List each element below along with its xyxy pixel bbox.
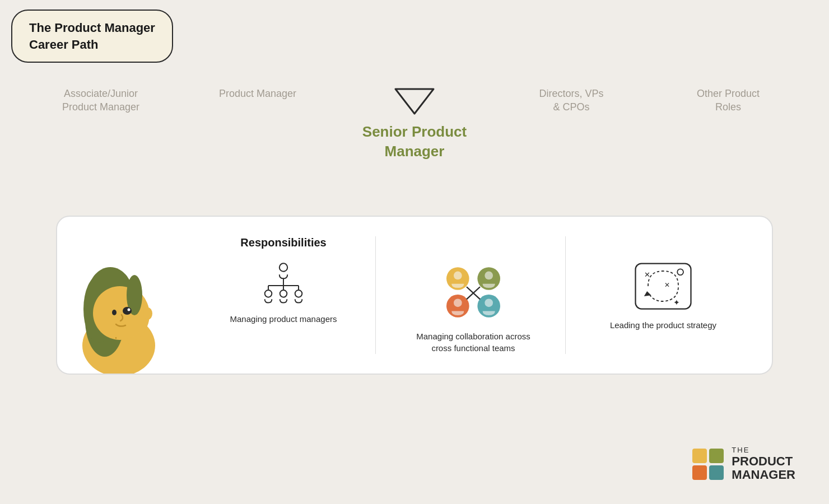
pm-label: Product Manager bbox=[202, 87, 314, 100]
svg-point-10 bbox=[128, 309, 131, 311]
resp-section-1: Responsibilities bbox=[192, 236, 370, 354]
svg-point-11 bbox=[112, 310, 117, 315]
resp-card-strategy: ✕ ✕ ✦ Leading the product strategy bbox=[599, 261, 728, 354]
svg-text:✕: ✕ bbox=[664, 281, 670, 288]
resp-2-caption: Managing collaboration acrosscross funct… bbox=[416, 330, 530, 354]
svg-point-30 bbox=[485, 298, 493, 307]
svg-point-20 bbox=[265, 290, 272, 297]
divider-1 bbox=[375, 236, 376, 354]
logo-product: PRODUCT bbox=[732, 455, 795, 468]
svg-point-37 bbox=[677, 269, 683, 275]
svg-point-28 bbox=[454, 298, 462, 307]
svg-point-14 bbox=[280, 263, 287, 271]
collaboration-icon bbox=[440, 261, 507, 323]
career-path-row: Associate/JuniorProduct Manager Product … bbox=[0, 87, 829, 161]
career-node-directors: Directors, VPs& CPOs bbox=[515, 87, 627, 114]
resp-section-3: ✕ ✕ ✦ Leading the product strategy bbox=[571, 236, 749, 354]
title-line1: The Product Manager bbox=[29, 21, 155, 35]
down-triangle-icon bbox=[393, 87, 436, 118]
logo-the: THE bbox=[732, 446, 795, 454]
info-card: Responsibilities bbox=[56, 216, 773, 375]
career-node-other: Other ProductRoles bbox=[672, 87, 784, 114]
responsibilities-row: Responsibilities bbox=[192, 236, 749, 354]
resp-1-caption: Managing product managers bbox=[230, 313, 337, 325]
resp-card-org: Managing product managers bbox=[219, 260, 348, 354]
title-line2: Career Path bbox=[29, 38, 99, 52]
career-node-spm: Senior ProductManager bbox=[358, 87, 471, 161]
svg-point-26 bbox=[485, 272, 493, 280]
svg-point-22 bbox=[295, 290, 302, 297]
svg-point-9 bbox=[123, 307, 132, 315]
logo-block-yellow bbox=[692, 449, 707, 463]
other-label: Other ProductRoles bbox=[672, 87, 784, 114]
svg-text:✕: ✕ bbox=[644, 271, 650, 279]
logo-block-olive bbox=[709, 449, 724, 463]
logo-text: THE PRODUCT MANAGER bbox=[732, 446, 795, 482]
logo-block-orange bbox=[692, 465, 707, 480]
directors-label: Directors, VPs& CPOs bbox=[515, 87, 627, 114]
svg-text:✦: ✦ bbox=[673, 298, 680, 307]
character-illustration bbox=[46, 228, 192, 362]
responsibilities-title: Responsibilities bbox=[240, 236, 326, 249]
svg-point-13 bbox=[143, 307, 152, 320]
title-badge: The Product Manager Career Path bbox=[11, 10, 173, 63]
career-node-pm: Product Manager bbox=[202, 87, 314, 100]
resp-card-collab: Managing collaboration acrosscross funct… bbox=[405, 261, 541, 354]
resp-section-2: Managing collaboration acrosscross funct… bbox=[381, 236, 560, 354]
career-node-associate: Associate/JuniorProduct Manager bbox=[45, 87, 157, 114]
svg-marker-0 bbox=[395, 89, 434, 114]
strategy-icon: ✕ ✕ ✦ bbox=[632, 261, 694, 311]
logo-container: THE PRODUCT MANAGER bbox=[692, 446, 795, 482]
person-svg bbox=[46, 228, 192, 374]
logo-block-teal bbox=[709, 465, 724, 480]
page-title: The Product Manager Career Path bbox=[29, 20, 155, 53]
divider-2 bbox=[565, 236, 566, 354]
org-chart-icon bbox=[258, 260, 309, 305]
associate-label: Associate/JuniorProduct Manager bbox=[45, 87, 157, 114]
svg-point-21 bbox=[280, 290, 287, 297]
logo-manager: MANAGER bbox=[732, 468, 795, 482]
logo-icon bbox=[692, 449, 724, 480]
spm-label: Senior ProductManager bbox=[362, 122, 467, 161]
resp-3-caption: Leading the product strategy bbox=[610, 319, 716, 331]
svg-point-24 bbox=[454, 272, 462, 280]
